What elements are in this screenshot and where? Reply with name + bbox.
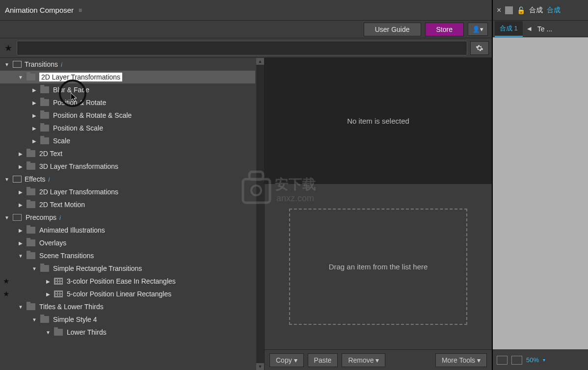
zoom-level[interactable]: 50%	[526, 356, 539, 364]
folder-icon	[40, 99, 49, 106]
chevron-down-icon[interactable]: ▼	[18, 253, 24, 259]
chevron-right-icon[interactable]: ▶	[45, 279, 51, 284]
tree-item-label: 2D Text	[39, 150, 62, 158]
chevron-down-icon[interactable]: ▼	[31, 266, 37, 271]
view-mode-icon[interactable]	[497, 356, 508, 365]
info-icon[interactable]: i	[49, 176, 50, 183]
close-icon[interactable]: ×	[497, 6, 501, 15]
user-guide-button[interactable]: User Guide	[364, 23, 421, 36]
preview-empty: No item is selected	[265, 58, 492, 184]
chevron-right-icon[interactable]: ▶	[18, 228, 24, 233]
info-icon[interactable]: i	[61, 61, 62, 68]
tab-color-icon	[505, 6, 513, 14]
info-icon[interactable]: i	[59, 214, 61, 221]
category-icon	[13, 176, 22, 183]
chevron-down-icon[interactable]: ▼	[4, 62, 10, 67]
tree-item-label: Overlays	[39, 239, 66, 247]
tree-item[interactable]: ▶3D Layer Transformations	[0, 160, 255, 173]
tree-item[interactable]: ▶2D Text	[0, 147, 255, 160]
chevron-right-icon[interactable]: ▶	[18, 189, 24, 195]
chevron-down-icon[interactable]: ▼	[18, 304, 24, 310]
tree-item[interactable]: ▼Precompsi	[0, 211, 255, 224]
chevron-down-icon[interactable]: ▼	[18, 75, 24, 80]
settings-button[interactable]	[470, 41, 489, 55]
tree-item[interactable]: ▶Overlays	[0, 237, 255, 249]
tree-item[interactable]: ▶Position & Rotate & Scale	[0, 109, 255, 122]
tree-item-label: Position & Rotate & Scale	[53, 111, 132, 119]
chevron-right-icon[interactable]: ▶	[18, 164, 24, 169]
tree-item[interactable]: ▼2D Layer Transformations	[0, 71, 255, 83]
right-tabs: 合成 1 ◀ Te ...	[493, 21, 588, 37]
tree-item-label: 2D Layer Transformations	[39, 188, 118, 196]
store-button[interactable]: Store	[425, 23, 464, 36]
scrollbar[interactable]: ▲ ▼	[256, 58, 264, 370]
search-input[interactable]	[17, 41, 467, 55]
nav-prev-icon[interactable]: ◀	[525, 26, 534, 32]
star-icon[interactable]: ★	[3, 290, 9, 298]
chevron-right-icon[interactable]: ▶	[31, 126, 37, 131]
copy-button[interactable]: Copy ▾	[269, 353, 304, 367]
more-tools-button[interactable]: More Tools ▾	[435, 353, 487, 367]
chevron-down-icon[interactable]: ▼	[31, 317, 37, 322]
tree-item-label: Position & Rotate	[53, 99, 106, 106]
folder-icon	[27, 74, 35, 80]
remove-button[interactable]: Remove ▾	[342, 353, 385, 367]
chevron-right-icon[interactable]: ▶	[45, 291, 51, 297]
tree-panel: ▼Transitionsi▼2D Layer Transformations▶B…	[0, 58, 264, 370]
tree-item-label: 5-color Position Linear Rectangles	[67, 290, 171, 298]
chevron-down-icon[interactable]: ▼	[4, 215, 10, 220]
unlock-icon[interactable]: 🔓	[517, 6, 525, 14]
chevron-right-icon[interactable]: ▶	[31, 100, 37, 106]
tree-item[interactable]: ★▶3-color Position Ease In Rectangles	[0, 275, 255, 288]
tab-comp-1[interactable]: 合成 1	[495, 21, 523, 37]
tree-item[interactable]: ▼Simple Style 4	[0, 313, 255, 326]
chevron-right-icon[interactable]: ▶	[18, 202, 24, 208]
tree-item[interactable]: ▶Blur & Fade	[0, 83, 255, 96]
viewer-area	[493, 37, 588, 349]
folder-icon	[40, 265, 49, 272]
tree-item[interactable]: ▼Effectsi	[0, 173, 255, 185]
chevron-right-icon[interactable]: ▶	[18, 240, 24, 246]
tree-item[interactable]: ▼Scene Transitions	[0, 249, 255, 262]
precomp-icon	[54, 278, 63, 285]
zoom-dropdown-icon[interactable]: ▾	[543, 357, 545, 363]
scroll-up-icon[interactable]: ▲	[256, 58, 264, 65]
user-menu-button[interactable]: 👤▾	[468, 23, 488, 36]
tree-item-label: Simple Rectangle Transitions	[53, 264, 142, 272]
tree-item[interactable]: ▶2D Text Motion	[0, 198, 255, 211]
paste-button[interactable]: Paste	[308, 353, 338, 367]
folder-icon	[40, 316, 49, 323]
chevron-right-icon[interactable]: ▶	[18, 151, 24, 157]
chevron-down-icon[interactable]: ▼	[4, 177, 10, 182]
preview-empty-text: No item is selected	[347, 117, 409, 125]
tree-item[interactable]: ▼Lower Thirds	[0, 326, 255, 339]
tree-item-label: Scale	[53, 137, 70, 145]
folder-icon	[27, 252, 35, 259]
drop-zone[interactable]: Drag an item from the list here	[289, 209, 467, 325]
tree-item[interactable]: ▶2D Layer Transformations	[0, 185, 255, 198]
folder-icon	[40, 86, 49, 93]
chevron-right-icon[interactable]: ▶	[31, 113, 37, 118]
tab-other[interactable]: Te ...	[535, 25, 554, 33]
drop-zone-text: Drag an item from the list here	[329, 263, 428, 271]
tree-item[interactable]: ★▶5-color Position Linear Rectangles	[0, 288, 255, 300]
tree-item[interactable]: ▶Position & Scale	[0, 122, 255, 134]
tree-item-label: Lower Thirds	[67, 328, 107, 336]
tree-item[interactable]: ▼Transitionsi	[0, 58, 255, 71]
tree-item[interactable]: ▶Position & Rotate	[0, 96, 255, 109]
favorites-star-icon[interactable]: ★	[3, 43, 14, 53]
tree-item[interactable]: ▼Simple Rectangle Transitions	[0, 262, 255, 275]
chevron-down-icon[interactable]: ▼	[45, 330, 51, 335]
display-mode-icon[interactable]	[511, 356, 522, 365]
tree-item[interactable]: ▶Animated Illustrations	[0, 224, 255, 237]
star-icon[interactable]: ★	[3, 277, 9, 286]
folder-icon	[27, 239, 35, 246]
chevron-right-icon[interactable]: ▶	[31, 138, 37, 144]
scroll-down-icon[interactable]: ▼	[256, 363, 264, 370]
comp-link[interactable]: 合成	[547, 6, 561, 15]
chevron-right-icon[interactable]: ▶	[31, 87, 37, 93]
tree-item-label: Simple Style 4	[53, 316, 97, 323]
hamburger-icon[interactable]: ≡	[79, 7, 82, 14]
tree-item[interactable]: ▶Scale	[0, 134, 255, 147]
tree-item[interactable]: ▼Titles & Lower Thirds	[0, 300, 255, 313]
